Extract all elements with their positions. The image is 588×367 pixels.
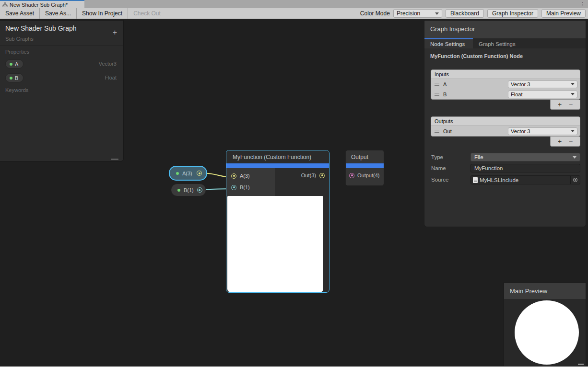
port-label: Out(3) — [301, 172, 316, 178]
source-value: MyHLSLInclude — [480, 177, 518, 183]
keywords-section-label: Keywords — [5, 87, 28, 93]
port-vector3-icon[interactable] — [197, 171, 202, 176]
node-port-section: A(3) B(1) Out(3) — [226, 168, 329, 196]
color-mode-label: Color Mode — [360, 10, 390, 17]
inputs-list-footer: + − — [550, 100, 580, 110]
remove-output-button[interactable]: − — [569, 138, 573, 145]
node-preview — [227, 196, 323, 292]
toolbar-right-group: Color Mode Precision Blackboard Graph In… — [360, 9, 588, 18]
drag-handle-icon[interactable] — [435, 83, 439, 86]
type-value: File — [474, 154, 483, 160]
port-vector4-icon[interactable] — [349, 173, 354, 178]
input-port-row-b: B(1) — [231, 184, 250, 190]
properties-section-label: Properties — [5, 49, 29, 55]
graph-canvas[interactable]: New Shader Sub Graph + Sub Graphs Proper… — [0, 19, 588, 367]
property-type-a: Vector3 — [99, 61, 117, 67]
port-label: Output(4) — [357, 172, 379, 178]
main-preview-toggle-button[interactable]: Main Preview — [541, 9, 586, 18]
property-type-b: Float — [105, 75, 117, 80]
outputs-list: Outputs Out Vector 3 — [431, 116, 580, 137]
file-icon — [473, 177, 478, 183]
remove-input-button[interactable]: − — [569, 101, 573, 108]
save-as-button[interactable]: Save As... — [40, 8, 77, 19]
input-type-dropdown-a[interactable]: Vector 3 — [508, 80, 577, 88]
tab-graph-settings[interactable]: Graph Settings — [473, 38, 521, 48]
port-float-icon[interactable] — [231, 185, 236, 190]
inspector-title: Graph Inspector — [430, 25, 475, 33]
main-preview-body[interactable] — [504, 299, 586, 367]
window-menu-icon[interactable]: ⋮ — [580, 0, 585, 8]
main-preview-panel: Main Preview — [504, 282, 586, 366]
source-label: Source — [431, 177, 448, 183]
property-node-label: B(1) — [184, 187, 194, 193]
input-port-row-output: Output(4) — [346, 172, 384, 178]
port-label: A(3) — [240, 173, 250, 179]
property-pill-label: A — [15, 61, 18, 67]
check-out-button: Check Out — [128, 8, 166, 19]
blackboard-title: New Shader Sub Graph — [5, 24, 77, 32]
inputs-row-b[interactable]: B Float — [431, 89, 580, 99]
graph-inspector-toggle-button[interactable]: Graph Inspector — [487, 9, 538, 18]
blackboard-toggle-button[interactable]: Blackboard — [446, 9, 484, 18]
input-type-dropdown-b[interactable]: Float — [508, 91, 577, 98]
preview-sphere — [515, 300, 579, 365]
add-property-button[interactable]: + — [113, 29, 117, 36]
main-preview-title: Main Preview — [510, 287, 547, 295]
port-float-icon[interactable] — [197, 187, 202, 193]
output-type-dropdown[interactable]: Vector 3 — [508, 127, 577, 135]
drag-handle-icon[interactable] — [435, 130, 439, 133]
output-port-row-out: Out(3) — [301, 172, 325, 178]
save-asset-button[interactable]: Save Asset — [0, 8, 40, 19]
type-dropdown[interactable]: File — [470, 153, 580, 161]
output-node[interactable]: Output Output(4) — [345, 150, 384, 186]
shader-sub-graph-icon — [2, 2, 8, 7]
inputs-row-a[interactable]: A Vector 3 — [431, 79, 580, 89]
tab-new-shader-sub-graph[interactable]: New Shader Sub Graph* — [0, 0, 84, 8]
node-settings-heading: MyFunction (Custom Function) Node — [430, 53, 523, 59]
blackboard-subtitle: Sub Graphs — [5, 36, 34, 42]
main-preview-header: Main Preview — [504, 283, 586, 299]
chevron-down-icon — [435, 12, 439, 15]
node-color-bar — [346, 163, 384, 168]
input-name: A — [443, 81, 447, 87]
chevron-down-icon — [571, 93, 575, 95]
inspector-header: Graph Inspector — [424, 21, 586, 38]
main-preview-resize-handle[interactable] — [578, 364, 584, 365]
inspector-tabs: Node Settings Graph Settings — [424, 38, 586, 48]
add-output-button[interactable]: + — [558, 138, 562, 145]
inputs-list: Inputs A Vector 3 B Float — [431, 69, 580, 100]
source-object-field[interactable]: MyHLSLInclude — [470, 175, 580, 184]
outputs-list-footer: + − — [550, 137, 580, 147]
name-input[interactable]: MyFunction — [470, 164, 580, 172]
property-pill-b[interactable]: B — [5, 73, 24, 82]
shader-graph-toolbar: Save Asset Save As... Show In Project Ch… — [0, 8, 588, 19]
port-vector3-icon[interactable] — [231, 173, 236, 179]
blackboard-panel: New Shader Sub Graph + Sub Graphs Proper… — [0, 20, 124, 161]
property-node-label: A(3) — [182, 171, 192, 176]
drag-handle-icon[interactable] — [435, 93, 439, 96]
node-input-column — [226, 168, 275, 196]
chevron-down-icon — [573, 156, 576, 159]
property-pill-a[interactable]: A — [5, 59, 24, 69]
outputs-list-header: Outputs — [431, 117, 580, 126]
property-pill-label: B — [15, 75, 18, 81]
property-node-b[interactable]: B(1) — [171, 184, 206, 196]
exposed-dot-icon — [177, 189, 180, 192]
add-input-button[interactable]: + — [558, 101, 562, 108]
chevron-down-icon — [571, 83, 575, 85]
show-in-project-button[interactable]: Show In Project — [77, 8, 128, 19]
chevron-down-icon — [571, 130, 575, 132]
outputs-row-out[interactable]: Out Vector 3 — [431, 126, 580, 136]
name-label: Name — [431, 165, 446, 171]
blackboard-resize-handle[interactable] — [111, 159, 118, 160]
property-node-a[interactable]: A(3) — [169, 166, 207, 181]
name-value: MyFunction — [474, 165, 503, 171]
input-type-value: Vector 3 — [511, 81, 530, 87]
object-picker-icon[interactable] — [570, 176, 580, 184]
exposed-dot-icon — [10, 63, 12, 66]
tab-node-settings[interactable]: Node Settings — [424, 38, 473, 48]
custom-function-node[interactable]: MyFunction (Custom Function) A(3) B(1) O… — [226, 150, 329, 293]
port-vector3-icon[interactable] — [319, 173, 325, 178]
color-mode-dropdown[interactable]: Precision — [393, 9, 442, 18]
graph-inspector-panel: Graph Inspector Node Settings Graph Sett… — [424, 20, 586, 227]
